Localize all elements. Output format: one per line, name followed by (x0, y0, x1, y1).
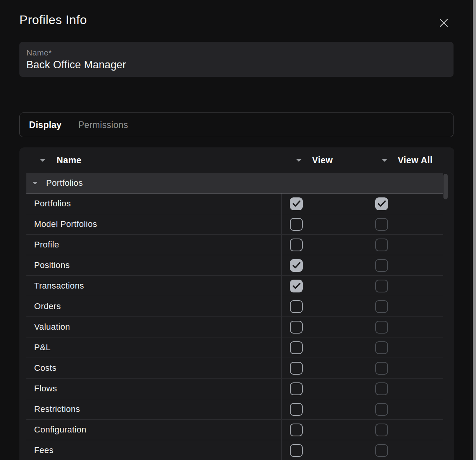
view-checkbox[interactable] (290, 218, 303, 231)
group-row-portfolios[interactable]: Portfolios (26, 173, 443, 194)
name-input[interactable]: Name* Back Office Manager (19, 42, 454, 77)
table-scrollbar-thumb[interactable] (443, 174, 448, 199)
view-checkbox[interactable] (290, 341, 303, 354)
row-view-cell (282, 276, 367, 296)
view-all-checkbox[interactable] (375, 444, 388, 457)
row-name-label: Orders (34, 301, 61, 311)
view-all-checkbox[interactable] (375, 424, 388, 436)
view-all-checkbox[interactable] (375, 259, 388, 272)
row-name-cell: Costs (26, 358, 282, 378)
row-view-all-cell (367, 255, 443, 275)
row-view-cell (282, 296, 367, 316)
row-name-cell: Orders (26, 296, 282, 316)
row-name-cell: Positions (26, 255, 282, 275)
row-view-all-cell (367, 317, 443, 337)
row-name-label: Transactions (34, 281, 84, 291)
view-checkbox[interactable] (290, 259, 303, 272)
required-marker: * (48, 48, 52, 57)
row-view-all-cell (367, 379, 443, 399)
view-all-checkbox[interactable] (375, 280, 388, 292)
row-view-cell (282, 337, 367, 358)
table-row: Model Portfolios (26, 214, 443, 235)
row-name-label: Configuration (34, 425, 86, 435)
table-row: Orders (26, 296, 443, 317)
row-view-cell (282, 194, 367, 214)
view-checkbox[interactable] (290, 239, 303, 251)
view-all-checkbox[interactable] (375, 403, 388, 416)
view-all-checkbox[interactable] (375, 239, 388, 251)
row-name-label: Flows (34, 384, 57, 394)
view-all-checkbox[interactable] (375, 321, 388, 334)
display-permissions-table: Name View View All (19, 147, 454, 460)
view-all-column-menu[interactable] (381, 147, 388, 173)
column-header-view[interactable]: View (312, 147, 333, 173)
chevron-down-icon (381, 159, 388, 162)
row-view-all-cell (367, 420, 443, 440)
row-view-cell (282, 358, 367, 378)
table-row: Flows (26, 379, 443, 399)
view-all-checkbox[interactable] (375, 197, 388, 210)
row-name-label: Portfolios (34, 199, 71, 209)
table-row: P&L (26, 337, 443, 358)
tab-permissions[interactable]: Permissions (78, 120, 128, 130)
view-all-checkbox[interactable] (375, 382, 388, 395)
tab-bar: Display Permissions (19, 112, 454, 137)
row-name-cell: Valuation (26, 317, 282, 337)
view-all-checkbox[interactable] (375, 300, 388, 313)
table-row: Positions (26, 255, 443, 276)
row-name-cell: Profile (26, 235, 282, 255)
checkmark-icon (292, 200, 301, 208)
row-view-cell (282, 440, 367, 460)
view-all-checkbox[interactable] (375, 218, 388, 231)
table-header: Name View View All (19, 147, 454, 173)
row-view-all-cell (367, 358, 443, 378)
row-view-all-cell (367, 337, 443, 358)
close-icon (439, 18, 449, 28)
row-name-label: Model Portfolios (34, 219, 97, 229)
row-name-cell: Restrictions (26, 399, 282, 419)
table-row: Valuation (26, 317, 443, 337)
row-view-cell (282, 235, 367, 255)
row-name-cell: Flows (26, 379, 282, 399)
view-checkbox[interactable] (290, 403, 303, 416)
view-checkbox[interactable] (290, 300, 303, 313)
view-all-checkbox[interactable] (375, 362, 388, 375)
view-checkbox[interactable] (290, 197, 303, 210)
column-header-view-all[interactable]: View All (398, 147, 433, 173)
tab-display[interactable]: Display (29, 120, 62, 130)
row-view-cell (282, 379, 367, 399)
chevron-down-icon (40, 159, 46, 162)
page-scrollbar[interactable] (473, 0, 476, 460)
row-name-cell: Model Portfolios (26, 214, 282, 234)
view-checkbox[interactable] (290, 321, 303, 334)
row-view-all-cell (367, 296, 443, 316)
view-checkbox[interactable] (290, 362, 303, 375)
table-row: Restrictions (26, 399, 443, 420)
row-name-cell: P&L (26, 337, 282, 358)
close-button[interactable] (436, 16, 451, 30)
name-column-menu[interactable] (40, 147, 46, 173)
view-checkbox[interactable] (290, 444, 303, 457)
row-view-cell (282, 255, 367, 275)
column-header-name[interactable]: Name (57, 147, 81, 173)
row-view-all-cell (367, 440, 443, 460)
row-name-label: Restrictions (34, 404, 80, 414)
table-row: Costs (26, 358, 443, 379)
name-input-label: Name* (26, 48, 447, 57)
row-view-all-cell (367, 194, 443, 214)
row-name-cell: Portfolios (26, 194, 282, 214)
table-row: Portfolios (26, 194, 443, 214)
view-column-menu[interactable] (296, 147, 302, 173)
row-view-cell (282, 399, 367, 419)
view-checkbox[interactable] (290, 280, 303, 292)
table-body: Portfolios Portfolios Model Portfolios P… (26, 173, 443, 460)
view-checkbox[interactable] (290, 382, 303, 395)
checkmark-icon (292, 261, 301, 269)
row-name-cell: Configuration (26, 420, 282, 440)
chevron-down-icon (32, 182, 38, 185)
group-row-label: Portfolios (46, 178, 83, 188)
view-checkbox[interactable] (290, 424, 303, 436)
row-view-all-cell (367, 399, 443, 419)
row-name-label: Positions (34, 260, 70, 270)
view-all-checkbox[interactable] (375, 341, 388, 354)
